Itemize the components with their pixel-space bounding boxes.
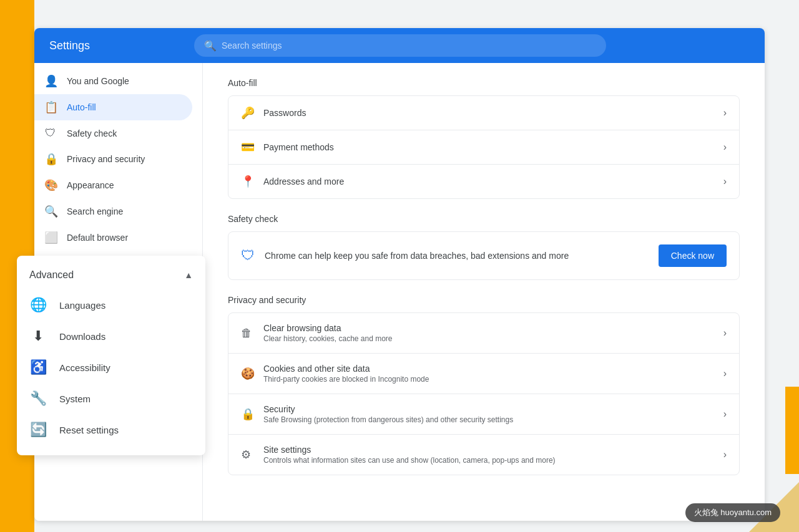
location-icon: 📍 bbox=[241, 175, 263, 188]
cookie-icon: 🍪 bbox=[241, 367, 263, 380]
addresses-item[interactable]: 📍 Addresses and more › bbox=[228, 165, 739, 198]
advanced-panel: Advanced ▲ 🌐 Languages ⬇ Downloads ♿ Acc… bbox=[17, 256, 205, 455]
download-icon: ⬇ bbox=[29, 328, 47, 344]
autofill-section-title: Auto-fill bbox=[228, 78, 740, 88]
sidebar-item-safety-check[interactable]: 🛡 Safety check bbox=[34, 120, 192, 146]
advanced-item-downloads[interactable]: ⬇ Downloads bbox=[17, 321, 205, 352]
header: Settings 🔍 bbox=[34, 28, 765, 63]
sidebar-item-appearance[interactable]: 🎨 Appearance bbox=[34, 172, 192, 198]
clear-browsing-sub: Clear history, cookies, cache and more bbox=[263, 334, 723, 343]
security-sub: Safe Browsing (protection from dangerous… bbox=[263, 415, 723, 424]
search-input[interactable] bbox=[222, 41, 596, 51]
watermark: 火焰兔 huoyantu.com bbox=[685, 503, 780, 522]
creditcard-icon: 💳 bbox=[241, 140, 263, 154]
payment-methods-label: Payment methods bbox=[263, 142, 723, 152]
advanced-item-system[interactable]: 🔧 System bbox=[17, 383, 205, 414]
safety-description: Chrome can help keep you safe from data … bbox=[265, 251, 649, 261]
sidebar-item-privacy-security[interactable]: 🔒 Privacy and security bbox=[34, 146, 192, 172]
advanced-label: Advanced bbox=[29, 269, 74, 281]
passwords-label: Passwords bbox=[263, 108, 723, 118]
autofill-icon: 📋 bbox=[44, 100, 57, 114]
security-icon: 🔒 bbox=[241, 407, 263, 421]
sidebar-item-search-engine[interactable]: 🔍 Search engine bbox=[34, 198, 192, 225]
advanced-item-accessibility[interactable]: ♿ Accessibility bbox=[17, 352, 205, 383]
shield-icon: 🛡 bbox=[44, 127, 57, 140]
security-item[interactable]: 🔒 Security Safe Browsing (protection fro… bbox=[228, 394, 739, 435]
cookies-label: Cookies and other site data bbox=[263, 364, 723, 374]
accessibility-icon: ♿ bbox=[29, 359, 47, 375]
site-settings-arrow: › bbox=[723, 449, 727, 460]
addresses-arrow: › bbox=[723, 176, 727, 187]
palette-icon: 🎨 bbox=[44, 178, 57, 192]
safety-section-title: Safety check bbox=[228, 214, 740, 224]
clear-browsing-label: Clear browsing data bbox=[263, 323, 723, 333]
clear-browsing-arrow: › bbox=[723, 327, 727, 339]
sidebar-label-search-engine: Search engine bbox=[67, 206, 123, 216]
privacy-card: 🗑 Clear browsing data Clear history, coo… bbox=[228, 312, 740, 475]
trash-icon: 🗑 bbox=[241, 327, 263, 340]
cookies-sub: Third-party cookies are blocked in Incog… bbox=[263, 375, 723, 384]
main-content: Auto-fill 🔑 Passwords › 💳 Payment method… bbox=[203, 63, 765, 521]
clear-browsing-item[interactable]: 🗑 Clear browsing data Clear history, coo… bbox=[228, 313, 739, 354]
search-icon: 🔍 bbox=[204, 40, 217, 52]
cookies-item[interactable]: 🍪 Cookies and other site data Third-part… bbox=[228, 354, 739, 394]
advanced-item-languages[interactable]: 🌐 Languages bbox=[17, 289, 205, 321]
key-icon: 🔑 bbox=[241, 106, 263, 120]
sidebar-label-auto-fill: Auto-fill bbox=[67, 102, 96, 112]
sidebar-label-default-browser: Default browser bbox=[67, 233, 128, 243]
reset-settings-label: Reset settings bbox=[59, 425, 119, 435]
yellow-decoration-right bbox=[785, 387, 799, 474]
autofill-card: 🔑 Passwords › 💳 Payment methods › 📍 bbox=[228, 95, 740, 199]
browser-icon: ⬜ bbox=[44, 231, 57, 244]
passwords-arrow: › bbox=[723, 107, 727, 118]
payment-arrow: › bbox=[723, 142, 727, 153]
lock-icon: 🔒 bbox=[44, 152, 57, 166]
passwords-item[interactable]: 🔑 Passwords › bbox=[228, 96, 739, 130]
system-label: System bbox=[59, 394, 91, 404]
sidebar-item-default-browser[interactable]: ⬜ Default browser bbox=[34, 225, 192, 251]
privacy-section-title: Privacy and security bbox=[228, 295, 740, 305]
sidebar-label-safety-check: Safety check bbox=[67, 128, 117, 138]
advanced-item-reset-settings[interactable]: 🔄 Reset settings bbox=[17, 414, 205, 445]
languages-label: Languages bbox=[59, 300, 105, 311]
security-label: Security bbox=[263, 404, 723, 414]
site-settings-item[interactable]: ⚙ Site settings Controls what informatio… bbox=[228, 435, 739, 475]
sidebar-label-appearance: Appearance bbox=[67, 180, 114, 190]
reset-icon: 🔄 bbox=[29, 422, 47, 438]
sidebar-label-you-and-google: You and Google bbox=[67, 76, 129, 86]
site-settings-sub: Controls what information sites can use … bbox=[263, 456, 723, 465]
check-now-button[interactable]: Check now bbox=[659, 244, 727, 267]
advanced-header[interactable]: Advanced ▲ bbox=[17, 261, 205, 289]
person-icon: 👤 bbox=[44, 74, 57, 88]
downloads-label: Downloads bbox=[59, 331, 105, 342]
settings-title: Settings bbox=[44, 39, 194, 52]
addresses-label: Addresses and more bbox=[263, 177, 723, 186]
site-settings-label: Site settings bbox=[263, 445, 723, 455]
cookies-arrow: › bbox=[723, 368, 727, 379]
advanced-chevron-icon: ▲ bbox=[184, 270, 193, 280]
accessibility-label: Accessibility bbox=[59, 362, 110, 373]
security-arrow: › bbox=[723, 409, 727, 420]
magnify-icon: 🔍 bbox=[44, 205, 57, 218]
safety-shield-icon: 🛡 bbox=[241, 248, 255, 264]
sidebar-item-you-and-google[interactable]: 👤 You and Google bbox=[34, 68, 192, 94]
site-settings-icon: ⚙ bbox=[241, 448, 263, 462]
globe-icon: 🌐 bbox=[29, 297, 47, 313]
payment-methods-item[interactable]: 💳 Payment methods › bbox=[228, 130, 739, 165]
safety-check-card: 🛡 Chrome can help keep you safe from dat… bbox=[228, 231, 740, 280]
sidebar-label-privacy-security: Privacy and security bbox=[67, 154, 145, 164]
sidebar-item-auto-fill[interactable]: 📋 Auto-fill bbox=[34, 94, 192, 120]
search-bar[interactable]: 🔍 bbox=[194, 34, 606, 57]
wrench-icon: 🔧 bbox=[29, 390, 47, 407]
